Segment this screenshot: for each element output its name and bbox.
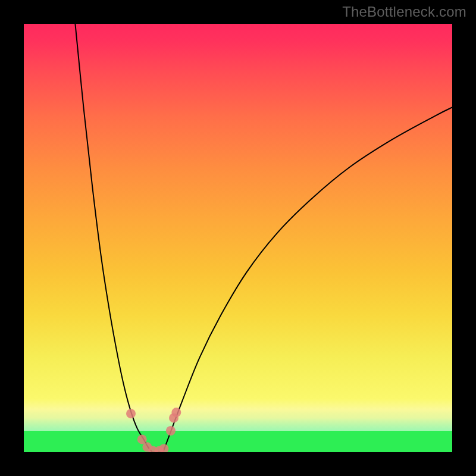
chart-frame: TheBottleneck.com xyxy=(0,0,476,476)
bottleneck-curve xyxy=(24,24,452,452)
data-marker xyxy=(171,408,181,417)
curve-right-branch xyxy=(163,107,452,452)
data-marker xyxy=(166,426,176,436)
data-marker xyxy=(126,409,136,418)
curve-left-branch xyxy=(75,24,152,452)
data-marker xyxy=(159,444,168,452)
watermark-text: TheBottleneck.com xyxy=(342,4,466,20)
plot-area xyxy=(24,24,452,452)
